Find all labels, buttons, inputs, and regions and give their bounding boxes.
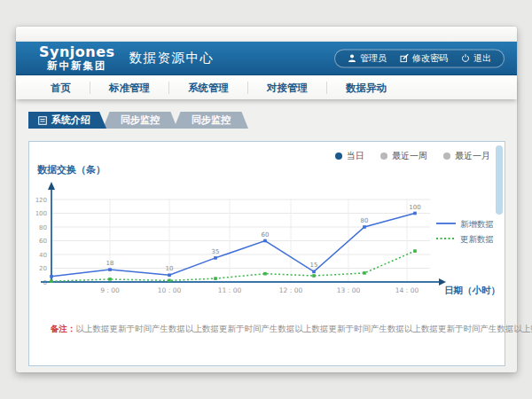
data-point — [50, 279, 53, 283]
data-point-label: 60 — [262, 231, 270, 239]
footnote-text: 以上数据更新于时间产生数据以上数据更新于时间产生数据以上数据更新于时间产生数据以… — [76, 324, 532, 333]
x-tick-label: 10 : 00 — [158, 286, 182, 294]
x-tick-label: 9 : 00 — [100, 286, 120, 294]
footnote-label: 备注： — [51, 324, 76, 333]
data-point-label: 10 — [166, 265, 174, 272]
app-header: Synjones 新中新集团 数据资源中心 管理员修改密码退出 — [16, 42, 517, 75]
radio-icon — [335, 153, 342, 160]
content-panel: 当日最近一周最近一月 0204060801001209 : 0010 : 001… — [28, 141, 505, 366]
x-axis-title: 日期（小时） — [444, 285, 500, 296]
radio-icon — [380, 153, 387, 160]
filter-last-month-label: 最近一月 — [455, 150, 490, 162]
filter-today[interactable]: 当日 — [335, 150, 364, 162]
user-button-label: 管理员 — [360, 52, 387, 65]
data-point — [363, 225, 366, 229]
data-point — [263, 272, 267, 276]
data-point — [312, 274, 316, 278]
change-password-button[interactable]: 修改密码 — [400, 52, 448, 65]
y-tick-label: 80 — [39, 224, 47, 231]
data-point — [108, 268, 112, 271]
main-content: 系统介绍同步监控同步监控 当日最近一周最近一月 0204060801001209… — [16, 112, 517, 384]
main-nav: 首页标准管理系统管理对接管理数据异动 — [16, 75, 517, 99]
data-point — [50, 275, 53, 278]
filter-last-week-label: 最近一周 — [392, 150, 427, 162]
logout-button-label: 退出 — [473, 52, 491, 65]
tab-system-intro[interactable]: 系统介绍 — [28, 112, 106, 129]
data-point-label: 100 — [409, 204, 420, 211]
x-tick-label: 13 : 00 — [337, 286, 361, 294]
legend-label: 新增数据 — [460, 219, 494, 229]
nav-system-mgmt[interactable]: 系统管理 — [169, 82, 248, 94]
filter-last-week[interactable]: 最近一周 — [380, 150, 427, 162]
tab-sync-monitor-1-label: 同步监控 — [121, 113, 160, 127]
change-password-button-label: 修改密码 — [412, 52, 448, 65]
logo-text-cn: 新中新集团 — [39, 60, 115, 72]
tab-sync-monitor-2-label: 同步监控 — [192, 113, 231, 127]
y-tick-label: 20 — [39, 265, 47, 272]
x-tick-label: 14 : 00 — [395, 286, 419, 294]
page-title: 数据资源中心 — [129, 50, 215, 66]
edit-icon — [400, 54, 409, 63]
tab-system-intro-label: 系统介绍 — [51, 113, 90, 127]
tab-sync-monitor-1[interactable]: 同步监控 — [103, 112, 177, 129]
nav-data-change[interactable]: 数据异动 — [327, 82, 405, 94]
user-button[interactable]: 管理员 — [348, 52, 387, 65]
nav-standard-mgmt[interactable]: 标准管理 — [90, 82, 169, 94]
footnote: 备注：以上数据更新于时间产生数据以上数据更新于时间产生数据以上数据更新于时间产生… — [51, 324, 532, 335]
data-point — [168, 279, 171, 283]
nav-home[interactable]: 首页 — [32, 82, 90, 94]
data-point-label: 80 — [361, 217, 369, 224]
scrollbar-thumb[interactable] — [496, 145, 503, 215]
data-point — [214, 277, 217, 280]
data-point — [413, 249, 417, 253]
time-filter-group: 当日最近一周最近一月 — [335, 150, 490, 162]
tab-sync-monitor-2[interactable]: 同步监控 — [174, 112, 248, 129]
y-axis-arrow-icon — [48, 182, 55, 190]
data-point — [413, 212, 417, 215]
data-point-label: 18 — [106, 260, 114, 267]
tab-bar: 系统介绍同步监控同步监控 — [28, 112, 517, 129]
y-tick-label: 120 — [35, 197, 47, 204]
legend-label: 更新数据 — [460, 234, 494, 244]
x-tick-label: 12 : 00 — [279, 286, 303, 294]
data-point — [108, 278, 112, 281]
power-icon — [461, 54, 470, 63]
logo-text-en: Synjones — [39, 44, 115, 60]
data-point — [263, 239, 267, 243]
data-point — [312, 270, 316, 274]
user-menu: 管理员修改密码退出 — [334, 49, 505, 67]
user-icon — [348, 54, 356, 63]
data-point — [363, 271, 366, 275]
x-tick-label: 11 : 00 — [218, 286, 242, 294]
y-tick-label: 100 — [35, 210, 47, 217]
data-point-label: 35 — [212, 248, 220, 255]
y-tick-label: 40 — [39, 252, 47, 259]
logo: Synjones 新中新集团 — [39, 44, 115, 73]
window-top-strip — [16, 27, 517, 42]
data-point-label: 15 — [310, 262, 318, 269]
form-icon — [38, 116, 47, 125]
logout-button[interactable]: 退出 — [461, 52, 491, 65]
y-tick-label: 60 — [39, 238, 47, 245]
nav-integration-mgmt[interactable]: 对接管理 — [248, 82, 327, 94]
radio-icon — [443, 153, 450, 160]
y-axis-title: 数据交换（条） — [36, 164, 106, 176]
filter-last-month[interactable]: 最近一月 — [443, 150, 490, 162]
app-window: Synjones 新中新集团 数据资源中心 管理员修改密码退出 首页标准管理系统… — [16, 27, 517, 372]
data-point — [168, 274, 171, 278]
data-point — [214, 256, 217, 260]
filter-today-label: 当日 — [347, 150, 364, 162]
